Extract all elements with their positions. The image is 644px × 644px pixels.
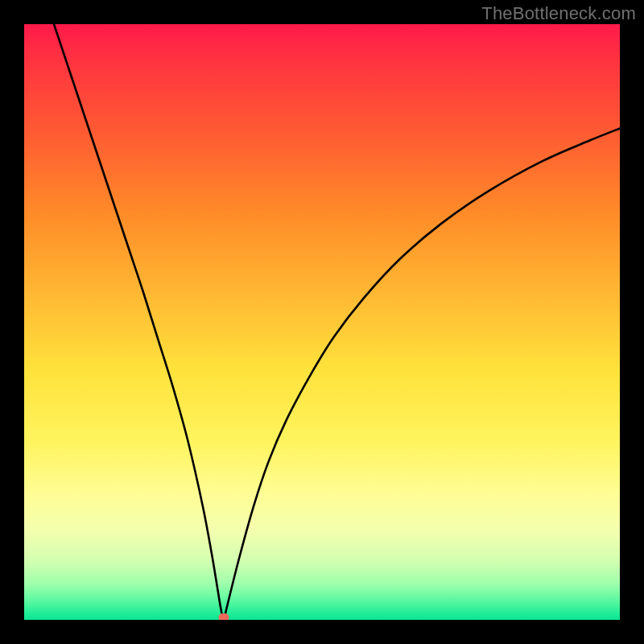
bottleneck-curve [24, 24, 620, 620]
minimum-marker [218, 613, 229, 620]
chart-frame: TheBottleneck.com [0, 0, 644, 644]
plot-area [24, 24, 620, 620]
watermark-text: TheBottleneck.com [481, 3, 636, 24]
